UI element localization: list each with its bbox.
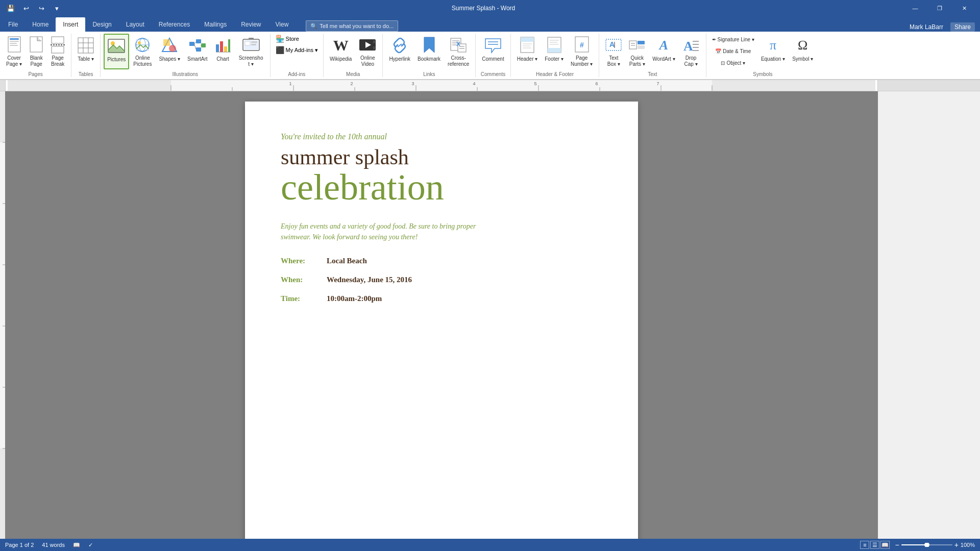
symbol-button[interactable]: Ω Symbol ▾ [789, 34, 816, 69]
customize-button[interactable]: ▾ [50, 2, 63, 15]
restore-button[interactable]: ❐ [928, 0, 951, 16]
title-bar: 💾 ↩ ↪ ▾ Summer Splash - Word — ❐ ✕ [0, 0, 980, 16]
svg-text:#: # [580, 41, 584, 49]
zoom-slider[interactable] [901, 543, 952, 547]
svg-text:6: 6 [595, 81, 598, 86]
bookmark-icon [422, 36, 436, 55]
svg-rect-33 [220, 41, 223, 52]
object-button[interactable]: ⊡ Object ▾ [709, 57, 757, 68]
close-button[interactable]: ✕ [952, 0, 976, 16]
wordart-button[interactable]: A WordArt ▾ [649, 34, 678, 69]
signature-line-button[interactable]: ✒ Signature Line ▾ [709, 34, 757, 45]
my-addins-icon: ⬛ [276, 46, 284, 54]
equation-button[interactable]: π Equation ▾ [758, 34, 788, 69]
bookmark-button[interactable]: Bookmark [414, 34, 444, 69]
online-pictures-button[interactable]: OnlinePictures [130, 34, 155, 69]
store-label: Store [286, 36, 299, 42]
username-label: Mark LaBarr [910, 23, 943, 31]
chart-label: Chart [216, 56, 229, 62]
cross-reference-button[interactable]: Cross-reference [445, 34, 472, 69]
addins-group-label: Add-ins [288, 70, 305, 77]
my-addins-label: My Add-ins ▾ [286, 47, 318, 54]
page-break-button[interactable]: PageBreak [47, 34, 68, 69]
wikipedia-icon: W [333, 36, 349, 55]
where-detail: Where: Local Beach [281, 257, 602, 265]
footer-label: Footer ▾ [545, 56, 564, 62]
svg-rect-38 [249, 38, 254, 40]
svg-rect-60 [521, 37, 534, 42]
redo-button[interactable]: ↪ [35, 2, 48, 15]
quick-parts-icon [629, 36, 645, 54]
links-buttons: Hyperlink Bookmark [386, 34, 472, 70]
chart-button[interactable]: Chart [212, 34, 234, 69]
tab-home[interactable]: Home [25, 17, 56, 32]
smartart-button[interactable]: SmartArt [184, 34, 210, 69]
equation-icon: π [770, 36, 776, 55]
minimize-button[interactable]: — [903, 0, 927, 16]
tab-design[interactable]: Design [85, 17, 118, 32]
zoom-in-button[interactable]: + [954, 541, 959, 549]
print-layout-button[interactable]: ≡ [860, 541, 869, 549]
quick-parts-button[interactable]: QuickParts ▾ [626, 34, 648, 69]
svg-text:4: 4 [473, 81, 475, 86]
tell-me-input[interactable]: 🔍 Tell me what you want to do... [306, 20, 398, 32]
symbol-icon: Ω [798, 36, 807, 55]
shapes-button[interactable]: Shapes ▾ [156, 34, 183, 69]
main-area: You're invited to the 10th annual summer… [0, 91, 980, 540]
document-area[interactable]: You're invited to the 10th annual summer… [5, 91, 878, 540]
undo-button[interactable]: ↩ [19, 2, 33, 15]
search-icon: 🔍 [310, 23, 317, 30]
tab-references[interactable]: References [152, 17, 197, 32]
tab-file[interactable]: File [1, 17, 25, 32]
date-time-button[interactable]: 📅 Date & Time [709, 45, 757, 57]
tab-insert[interactable]: Insert [56, 17, 85, 32]
svg-rect-5 [30, 37, 42, 52]
zoom-level: 100% [961, 542, 975, 548]
tab-mailings[interactable]: Mailings [197, 17, 234, 32]
ribbon: File Home Insert Design Layout Reference… [0, 16, 980, 80]
share-button[interactable]: Share [950, 22, 975, 32]
when-detail: When: Wednesday, June 15, 2016 [281, 276, 602, 284]
web-layout-button[interactable]: ☰ [870, 541, 879, 549]
comment-button[interactable]: Comment [479, 34, 507, 69]
signature-line-label: Signature Line ▾ [718, 37, 754, 42]
svg-rect-32 [216, 44, 219, 52]
online-video-button[interactable]: OnlineVideo [356, 34, 379, 69]
comment-label: Comment [482, 56, 504, 62]
tables-group-label: Tables [79, 70, 93, 77]
hyperlink-button[interactable]: Hyperlink [386, 34, 413, 69]
wikipedia-button[interactable]: W Wikipedia [327, 34, 355, 69]
page-number-button[interactable]: # PageNumber ▾ [568, 34, 596, 69]
window-title: Summer Splash - Word [63, 5, 903, 12]
store-button[interactable]: 🏪 Store [274, 34, 320, 44]
tab-review[interactable]: Review [234, 17, 268, 32]
read-mode-button[interactable]: 📖 [880, 541, 890, 549]
symbol-label: Symbol ▾ [792, 56, 813, 62]
group-links: Hyperlink Bookmark [383, 34, 476, 77]
svg-rect-106 [0, 448, 5, 540]
header-button[interactable]: Header ▾ [514, 34, 541, 69]
svg-rect-27 [196, 47, 201, 52]
pictures-button[interactable]: Pictures [104, 34, 129, 69]
table-button[interactable]: Table ▾ [75, 34, 97, 69]
save-button[interactable]: 💾 [4, 2, 17, 15]
svg-rect-114 [901, 544, 927, 545]
tab-layout[interactable]: Layout [119, 17, 152, 32]
symbols-group-label: Symbols [753, 70, 772, 77]
svg-line-29 [194, 42, 196, 44]
markup-icon: ✓ [88, 542, 93, 548]
text-box-button[interactable]: A TextBox ▾ [602, 34, 625, 69]
status-right: ≡ ☰ 📖 − + 100% [860, 541, 975, 549]
zoom-out-button[interactable]: − [895, 541, 899, 549]
when-value: Wednesday, June 15, 2016 [327, 276, 412, 284]
footer-button[interactable]: Footer ▾ [542, 34, 567, 69]
page-break-icon [51, 36, 65, 54]
header-label: Header ▾ [517, 56, 538, 62]
svg-rect-76 [638, 45, 645, 49]
tab-view[interactable]: View [268, 17, 296, 32]
screenshot-button[interactable]: Screenshot ▾ [235, 34, 267, 69]
my-addins-button[interactable]: ⬛ My Add-ins ▾ [274, 45, 320, 55]
drop-cap-button[interactable]: A DropCap ▾ [679, 34, 703, 69]
blank-page-button[interactable]: BlankPage [26, 34, 46, 69]
cover-page-button[interactable]: CoverPage ▾ [3, 34, 25, 69]
